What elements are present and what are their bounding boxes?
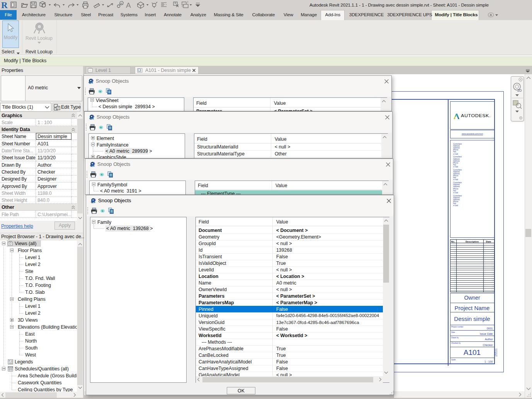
svg-text:1: 1	[121, 2, 123, 5]
svg-text:AUTODESK.: AUTODESK.	[461, 113, 491, 118]
svg-text:A: A	[126, 1, 131, 9]
svg-text:R: R	[1, 0, 8, 10]
svg-text:2D: 2D	[517, 89, 522, 92]
